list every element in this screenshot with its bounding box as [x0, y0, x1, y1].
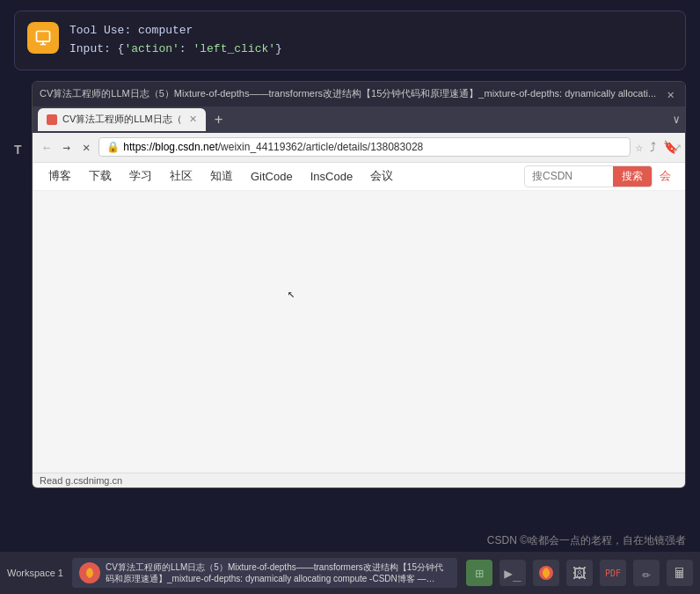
browser-content: ↖ [33, 191, 685, 473]
tool-input-prefix: Input: { [69, 42, 124, 55]
menu-login[interactable]: 会 [653, 163, 678, 189]
tool-text: Tool Use: computer Input: {'action': 'le… [69, 22, 282, 59]
nav-star-btn[interactable]: ☆ [636, 140, 643, 154]
browser-menubar: 博客 下载 学习 社区 知道 GitCode InsCode 会议 搜索 会 [33, 163, 685, 191]
taskbar: Workspace 1 CV算法工程师的LLM日志（5）Mixture-of-d… [0, 552, 700, 594]
taskbar-firefox-icon2[interactable] [533, 560, 559, 586]
t-label: T [14, 143, 22, 157]
taskbar-terminal-icon[interactable]: ▶_ [499, 560, 526, 586]
menu-meeting[interactable]: 会议 [361, 163, 402, 189]
url-base: https://blog.csdn.net/weixin_44119362/ar… [123, 141, 423, 153]
address-bar[interactable]: 🔒 https://blog.csdn.net/weixin_44119362/… [98, 137, 630, 157]
menu-blog[interactable]: 博客 [40, 163, 80, 189]
menu-know[interactable]: 知道 [201, 163, 242, 189]
browser-title: CV算法工程师的LLM日志（5）Mixture-of-depths——trans… [40, 87, 664, 100]
tab-close-btn[interactable]: ✕ [189, 114, 197, 125]
workspace-label: Workspace 1 [7, 568, 63, 578]
taskbar-calc-icon[interactable]: 🖩 [667, 560, 693, 586]
svg-rect-0 [37, 32, 50, 42]
tool-icon [27, 22, 59, 54]
browser-close-btn[interactable]: ✕ [664, 87, 678, 101]
browser-window: CV算法工程师的LLM日志（5）Mixture-of-depths——trans… [32, 81, 686, 488]
browser-tabs: CV算法工程师的LLM日志（ ✕ + ∨ [33, 106, 685, 133]
bottom-status: CSDN ©啥都会一点的老程，自在地镜强者 [487, 533, 686, 548]
menu-learn[interactable]: 学习 [120, 163, 161, 189]
tool-line1: Tool Use: computer [69, 24, 193, 37]
cursor: ↖ [288, 286, 296, 298]
search-box[interactable]: 搜索 [524, 165, 653, 187]
tool-suffix: } [275, 42, 282, 55]
menu-community[interactable]: 社区 [161, 163, 201, 189]
tab-dropdown-btn[interactable]: ∨ [673, 113, 680, 126]
taskbar-icons: ⊞ ▶_ 🖼 PDF ✏ 🖩 [466, 560, 693, 586]
menu-download[interactable]: 下载 [80, 163, 120, 189]
expand-icon[interactable]: ⤢ [672, 141, 682, 155]
browser-statusbar: Read g.csdnimg.cn [33, 473, 685, 488]
nav-forward-btn[interactable]: → [59, 138, 73, 156]
active-tab[interactable]: CV算法工程师的LLM日志（ ✕ [38, 108, 206, 131]
nav-share-btn[interactable]: ⤴ [650, 140, 656, 154]
menu-gitcode[interactable]: GitCode [242, 165, 302, 188]
taskbar-spreadsheet-icon[interactable]: ⊞ [466, 560, 492, 586]
taskbar-edit-icon[interactable]: ✏ [633, 560, 660, 586]
nav-back-btn[interactable]: ← [40, 138, 54, 156]
new-tab-btn[interactable]: + [209, 111, 229, 128]
tab-favicon [47, 114, 57, 125]
tool-panel: Tool Use: computer Input: {'action': 'le… [14, 11, 686, 70]
nav-close-btn[interactable]: ✕ [79, 138, 93, 156]
taskbar-gallery-icon[interactable]: 🖼 [566, 560, 593, 586]
search-btn[interactable]: 搜索 [613, 166, 652, 187]
tool-action-value: 'left_click' [193, 42, 275, 55]
taskbar-pdf-icon[interactable]: PDF [600, 560, 626, 586]
status-text: Read g.csdnimg.cn [40, 475, 122, 486]
tab-label: CV算法工程师的LLM日志（ [62, 113, 182, 126]
taskbar-app[interactable]: CV算法工程师的LLM日志（5）Mixture-of-depths——trans… [72, 558, 457, 588]
taskbar-app-text: CV算法工程师的LLM日志（5）Mixture-of-depths——trans… [106, 561, 450, 584]
lock-icon: 🔒 [106, 141, 120, 153]
tool-action-key: 'action' [124, 42, 179, 55]
menu-inscode[interactable]: InsCode [302, 165, 361, 188]
search-input[interactable] [525, 167, 613, 185]
tool-colon: : [179, 42, 193, 55]
browser-titlebar: CV算法工程师的LLM日志（5）Mixture-of-depths——trans… [33, 82, 685, 106]
browser-navbar: ← → ✕ 🔒 https://blog.csdn.net/weixin_441… [33, 133, 685, 163]
taskbar-firefox-icon [79, 562, 100, 583]
